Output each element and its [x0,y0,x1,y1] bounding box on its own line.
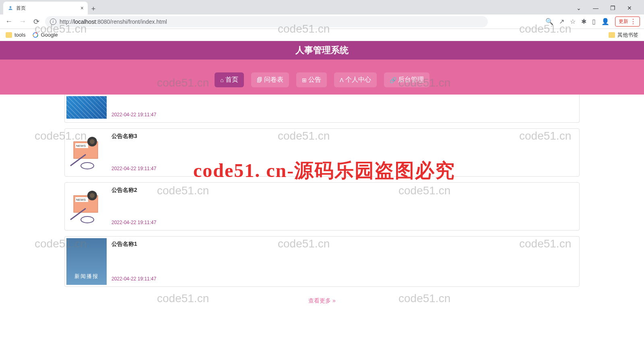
site-info-icon[interactable]: i [50,19,56,25]
card-timestamp: 2022-04-22 19:11:47 [111,112,578,118]
svg-point-15 [81,216,94,223]
card-title: 公告名称3 [111,133,578,140]
share-icon[interactable]: ↗ [559,18,564,25]
grid-icon: ⊞ [302,77,307,83]
browser-tab[interactable]: 首页 × [3,2,88,14]
announcement-card[interactable]: NEWS 公告名称3 2022-04-22 19:11:47 [64,128,580,177]
svg-point-0 [10,6,12,8]
window-controls: ⌄ — ❐ ✕ [574,2,641,14]
card-timestamp: 2022-04-22 19:11:47 [111,166,578,172]
card-title: 公告名称1 [111,241,578,248]
card-timestamp: 2022-04-22 19:11:47 [111,276,578,282]
zoom-icon[interactable]: 🔍 [545,18,553,25]
browser-chrome: 首页 × + ⌄ — ❐ ✕ ← → ⟳ i http://localhost:… [0,0,644,41]
main-nav: ⌂首页 🗐问卷表 ⊞公告 ᐱ个人中心 🔗后台管理 [0,60,644,95]
browser-toolbar: ← → ⟳ i http://localhost:8080/renshi/fro… [0,14,644,29]
bookmark-tools[interactable]: tools [6,32,25,38]
nav-admin[interactable]: 🔗后台管理 [384,72,429,87]
view-more-link[interactable]: 查看更多 » [64,292,580,309]
folder-icon [6,32,12,38]
tab-bar: 首页 × + ⌄ — ❐ ✕ [0,0,644,14]
reload-button[interactable]: ⟳ [31,17,41,26]
card-body: 公告名称2 2022-04-22 19:11:47 [111,184,578,229]
form-icon: 🗐 [257,77,262,83]
svg-point-13 [90,193,95,198]
card-thumbnail: 新闻播报 [66,238,107,285]
svg-text:NEWS: NEWS [76,144,86,148]
menu-dots-icon: ⋮ [630,19,636,25]
nav-announcement[interactable]: ⊞公告 [296,72,327,87]
card-timestamp: 2022-04-22 19:11:47 [111,220,578,226]
home-icon: ⌂ [220,77,223,83]
card-thumbnail: NEWS [66,184,107,229]
maximize-button[interactable]: ❐ [608,5,617,11]
profile-icon[interactable]: 👤 [601,18,609,25]
tabs-dropdown-icon[interactable]: ⌄ [574,5,584,11]
minimize-button[interactable]: — [591,5,601,11]
page-title: 人事管理系统 [0,41,644,60]
link-icon: 🔗 [390,77,396,83]
panel-icon[interactable]: ▯ [592,18,596,25]
bookmark-google[interactable]: Google [33,32,58,38]
svg-point-6 [90,139,95,144]
nav-home[interactable]: ⌂首页 [215,72,244,87]
back-button[interactable]: ← [4,17,14,26]
nav-personal[interactable]: ᐱ个人中心 [334,72,377,87]
card-thumbnail: NEWS [66,130,107,175]
tab-close-icon[interactable]: × [80,5,84,11]
tab-title: 首页 [16,5,78,12]
nav-questionnaire[interactable]: 🗐问卷表 [251,72,289,87]
bookmark-star-icon[interactable]: ☆ [570,18,576,25]
announcement-card[interactable]: 新闻播报 公告名称1 2022-04-22 19:11:47 [64,236,580,287]
update-button[interactable]: 更新 ⋮ [615,16,640,27]
card-title: 公告名称2 [111,187,578,194]
svg-point-8 [81,163,94,169]
extensions-icon[interactable]: ✱ [581,18,586,25]
card-body: 公告名称3 2022-04-22 19:11:47 [111,130,578,175]
thumbnail-overlay-text: 新闻播报 [74,273,99,280]
update-label: 更新 [619,18,628,25]
svg-text:NEWS: NEWS [76,198,86,202]
url-bar[interactable]: i http://localhost:8080/renshi/front/ind… [45,16,488,27]
bookmark-other[interactable]: 其他书签 [609,31,638,39]
card-body: 公告名称1 2022-04-22 19:11:47 [111,238,578,285]
tab-favicon-icon [7,5,14,11]
card-thumbnail [66,96,107,119]
new-tab-button[interactable]: + [88,3,99,14]
bookmark-bar: tools Google 其他书签 [0,29,644,41]
close-window-button[interactable]: ✕ [625,5,634,11]
card-body: 2022-04-22 19:11:47 [111,96,578,121]
url-text: http://localhost:8080/renshi/front/index… [60,19,167,25]
announcement-card[interactable]: 2022-04-22 19:11:47 [64,95,580,123]
folder-icon [609,32,615,38]
forward-button[interactable]: → [18,17,27,26]
announcement-card[interactable]: NEWS 公告名称2 2022-04-22 19:11:47 [64,182,580,231]
content-area: 2022-04-22 19:11:47 NEWS 公告名称3 2022-04-2… [0,95,644,309]
person-icon: ᐱ [340,77,344,83]
google-icon [33,32,38,38]
